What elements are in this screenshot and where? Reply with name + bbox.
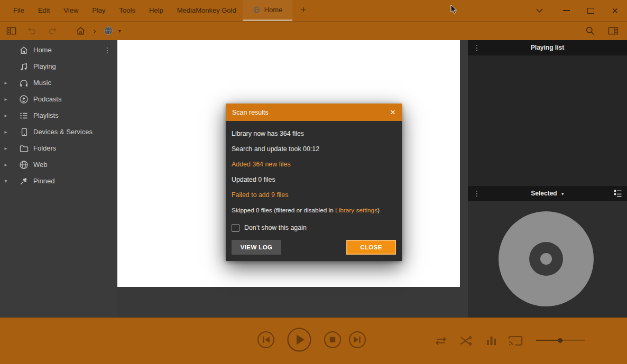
headphones-icon (19, 78, 29, 88)
selected-header: ⋮ Selected▾ (468, 186, 627, 201)
next-track-button[interactable] (348, 331, 366, 351)
toolbar: › ▾ (0, 21, 627, 40)
disc-center-dot (540, 253, 552, 265)
sidebar-item-podcasts[interactable]: ▸ Podcasts (0, 91, 117, 107)
skipped-prefix: Skipped 0 files (filtered or disabled in (232, 207, 335, 214)
volume-slider[interactable] (536, 340, 585, 341)
sidebar-item-music[interactable]: ▸ Music (0, 74, 117, 91)
menu-mediamonkey-gold[interactable]: MediaMonkey Gold (170, 0, 243, 21)
scan-results-dialog: Scan results × Library now has 364 files… (226, 104, 402, 261)
home-icon (19, 45, 29, 55)
checkbox-unchecked-icon[interactable] (232, 224, 239, 232)
tab-list-dropdown-button[interactable] (529, 0, 550, 21)
selected-preview-body (468, 201, 627, 318)
sidebar-item-playlists[interactable]: ▸ Playlists (0, 107, 117, 124)
equalizer-icon[interactable] (482, 331, 501, 352)
close-button[interactable]: × (603, 0, 627, 21)
search-icon[interactable] (585, 26, 595, 36)
maximize-button[interactable] (578, 0, 603, 21)
previous-track-button[interactable] (257, 331, 275, 351)
minimize-button[interactable] (554, 0, 578, 21)
cast-icon[interactable] (506, 331, 525, 352)
sidebar-item-folders[interactable]: ▸ Folders (0, 140, 117, 156)
tab-label: Home (264, 6, 283, 14)
mediamonkey-window: File Edit View Play Tools Help MediaMonk… (0, 0, 627, 364)
scan-line-updated: Updated 0 files (232, 172, 396, 187)
volume-knob[interactable] (558, 338, 563, 343)
menubar: File Edit View Play Tools Help MediaMonk… (0, 0, 243, 21)
dialog-close-button[interactable]: CLOSE (346, 240, 396, 255)
playing-list-empty-body[interactable] (468, 55, 627, 186)
checkbox-label: Don’t show this again (244, 224, 307, 231)
web-globe-icon (19, 160, 29, 170)
selected-title-wrap[interactable]: Selected▾ (468, 186, 627, 201)
menu-help[interactable]: Help (142, 0, 170, 21)
dialog-title: Scan results (232, 109, 269, 116)
expander-icon[interactable]: ▸ (0, 96, 12, 102)
redo-icon[interactable] (48, 26, 58, 36)
chevron-down-icon (536, 7, 543, 14)
shuffle-icon[interactable] (456, 331, 475, 352)
view-options-icon[interactable] (608, 26, 619, 35)
scan-line-skipped: Skipped 0 files (filtered or disabled in… (232, 202, 396, 218)
expander-icon[interactable]: ▸ (0, 80, 12, 86)
pin-icon (19, 176, 29, 186)
maximize-icon (587, 8, 594, 14)
sidebar-item-devices-services[interactable]: ▸ Devices & Services (0, 124, 117, 140)
item-options-icon[interactable]: ⋮ (104, 46, 111, 54)
skipped-suffix: ) (377, 207, 380, 214)
playing-list-header: ⋮ Playing list (468, 40, 627, 55)
device-icon (19, 127, 29, 137)
tab-home[interactable]: Home (243, 0, 292, 21)
view-log-button[interactable]: VIEW LOG (232, 240, 281, 255)
minimize-icon (563, 10, 570, 11)
dialog-titlebar: Scan results × (226, 104, 402, 121)
new-tab-button[interactable]: + (297, 0, 310, 21)
expander-icon[interactable]: ▸ (0, 162, 12, 167)
expander-icon[interactable]: ▸ (0, 129, 12, 135)
play-button[interactable] (287, 327, 312, 354)
window-controls: × (529, 0, 627, 21)
menu-play[interactable]: Play (85, 0, 112, 21)
toolbar-left: › ▾ (0, 26, 121, 36)
view-mode-icon[interactable] (613, 189, 622, 199)
chevron-down-icon: ▾ (561, 191, 564, 197)
dont-show-again-row[interactable]: Don’t show this again (232, 219, 396, 237)
stop-button[interactable] (324, 331, 342, 351)
page-dropdown-icon[interactable]: ▾ (118, 28, 121, 34)
selected-title: Selected (531, 190, 557, 197)
toolbar-right (585, 21, 627, 40)
undo-icon[interactable] (27, 26, 37, 36)
sidebar-item-playing[interactable]: Playing (0, 58, 117, 74)
library-settings-link[interactable]: Library settings (335, 207, 377, 214)
expander-icon[interactable]: ▸ (0, 113, 12, 118)
repeat-icon[interactable] (431, 331, 450, 352)
sidebar-toggle-icon[interactable] (6, 26, 16, 35)
player-bar (0, 318, 627, 364)
navigation-sidebar: Home ⋮ Playing ▸ Music ▸ Podcasts (0, 40, 117, 318)
podcast-icon (19, 95, 29, 104)
scan-line-added: Added 364 new files (232, 156, 396, 172)
mouse-cursor (450, 5, 458, 15)
menu-tools[interactable]: Tools (113, 0, 142, 21)
menu-file[interactable]: File (6, 0, 31, 21)
menu-view[interactable]: View (57, 0, 85, 21)
sidebar-item-pinned[interactable]: ▾ Pinned (0, 173, 117, 189)
music-note-icon (19, 62, 29, 71)
expander-icon[interactable]: ▸ (0, 145, 12, 151)
scan-line-duration: Search and update took 00:12 (232, 141, 396, 156)
sidebar-item-home[interactable]: Home ⋮ (0, 42, 117, 58)
expander-icon[interactable]: ▾ (0, 178, 12, 184)
dialog-close-icon[interactable]: × (390, 108, 395, 117)
sidebar-item-web[interactable]: ▸ Web (0, 156, 117, 173)
page-globe-icon[interactable] (104, 26, 113, 35)
scan-line-library-total: Library now has 364 files (232, 126, 396, 141)
home-breadcrumb-icon[interactable] (76, 26, 86, 35)
dialog-body: Library now has 364 files Search and upd… (226, 121, 402, 261)
playing-list-title: Playing list (468, 40, 627, 55)
folder-icon (19, 144, 29, 153)
breadcrumb-chevron-icon: › (93, 26, 96, 35)
disc-hole (529, 242, 563, 276)
album-art-disc-icon (499, 211, 594, 306)
menu-edit[interactable]: Edit (31, 0, 57, 21)
